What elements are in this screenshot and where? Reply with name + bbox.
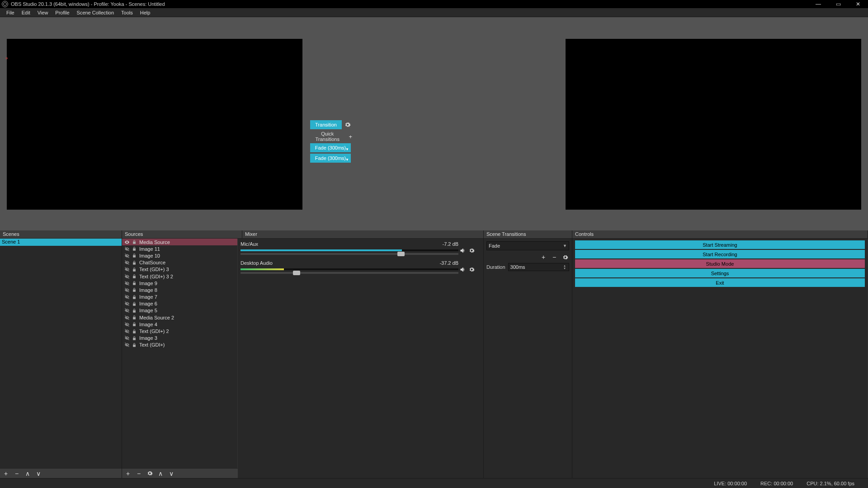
source-item[interactable]: Image 5: [122, 307, 237, 314]
scene-transitions-panel: Scene Transitions Fade ▼ + − Duration 30…: [484, 230, 572, 478]
volume-slider[interactable]: [241, 272, 458, 274]
transition-gear-icon[interactable]: [344, 122, 351, 128]
source-item[interactable]: Image 3: [122, 335, 237, 342]
visibility-icon[interactable]: [124, 274, 130, 279]
menu-scene-collection[interactable]: Scene Collection: [73, 9, 118, 16]
visibility-icon[interactable]: [124, 294, 130, 300]
source-item[interactable]: Image 4: [122, 321, 237, 328]
lock-icon[interactable]: [132, 322, 137, 327]
channel-gear-icon[interactable]: [468, 266, 475, 273]
visibility-icon[interactable]: [124, 281, 130, 286]
lock-icon[interactable]: [132, 308, 137, 313]
source-item[interactable]: Image 11: [122, 245, 237, 252]
control-exit-button[interactable]: Exit: [575, 278, 865, 287]
source-down-icon[interactable]: ∨: [168, 470, 175, 477]
status-rec: REC: 00:00:00: [760, 481, 793, 486]
visibility-icon[interactable]: [124, 328, 130, 334]
quick-transition-item[interactable]: Fade (300ms)▼: [310, 154, 351, 163]
transition-select[interactable]: Fade ▼: [486, 241, 569, 250]
lock-icon[interactable]: [132, 295, 137, 300]
channel-gear-icon[interactable]: [468, 247, 475, 254]
transition-remove-icon[interactable]: −: [551, 254, 557, 260]
scene-add-icon[interactable]: +: [3, 470, 9, 477]
sources-list[interactable]: Media SourceImage 11Image 10ChatSourceTe…: [122, 239, 242, 468]
source-name: Image 4: [139, 322, 157, 327]
speaker-icon[interactable]: [459, 266, 466, 273]
menu-view[interactable]: View: [34, 9, 52, 16]
menu-tools[interactable]: Tools: [118, 9, 137, 16]
scene-transitions-header: Scene Transitions: [484, 230, 572, 239]
close-button[interactable]: ✕: [848, 0, 868, 8]
minimize-button[interactable]: —: [808, 0, 828, 8]
control-settings-button[interactable]: Settings: [575, 269, 865, 277]
spin-arrows-icon[interactable]: ▲▼: [563, 263, 568, 271]
menu-help[interactable]: Help: [137, 9, 154, 16]
source-item[interactable]: Image 7: [122, 294, 237, 300]
visibility-icon[interactable]: [124, 239, 130, 245]
source-item[interactable]: Text (GDI+) 2: [122, 328, 237, 334]
statusbar: LIVE: 00:00:00 REC: 00:00:00 CPU: 2.1%, …: [0, 478, 868, 488]
visibility-icon[interactable]: [124, 335, 130, 341]
lock-icon[interactable]: [132, 239, 137, 244]
lock-icon[interactable]: [132, 329, 137, 334]
menu-file[interactable]: File: [3, 9, 18, 16]
menu-profile[interactable]: Profile: [52, 9, 73, 16]
scene-up-icon[interactable]: ∧: [24, 470, 31, 477]
transition-button[interactable]: Transition: [310, 120, 342, 129]
visibility-icon[interactable]: [124, 260, 130, 265]
source-item[interactable]: Image 9: [122, 280, 237, 286]
source-item[interactable]: Text (GDI+) 3 2: [122, 273, 237, 280]
source-add-icon[interactable]: +: [125, 470, 131, 477]
visibility-icon[interactable]: [124, 267, 130, 272]
scene-down-icon[interactable]: ∨: [35, 470, 42, 477]
visibility-icon[interactable]: [124, 342, 130, 347]
visibility-icon[interactable]: [124, 287, 130, 293]
maximize-button[interactable]: ▭: [828, 0, 848, 8]
scene-item[interactable]: Scene 1: [0, 239, 122, 246]
scenes-list[interactable]: Scene 1: [0, 239, 122, 468]
menu-edit[interactable]: Edit: [18, 9, 34, 16]
source-gear-icon[interactable]: [146, 470, 153, 477]
lock-icon[interactable]: [132, 343, 137, 347]
channel-name: Desktop Audio: [241, 260, 458, 266]
lock-icon[interactable]: [132, 253, 137, 258]
lock-icon[interactable]: [132, 336, 137, 341]
visibility-icon[interactable]: [124, 315, 130, 320]
preview-left[interactable]: [4, 17, 306, 230]
control-start-streaming-button[interactable]: Start Streaming: [575, 240, 865, 249]
volume-slider[interactable]: [241, 253, 458, 255]
source-item[interactable]: Text (GDI+): [122, 342, 237, 348]
source-item[interactable]: Image 8: [122, 286, 237, 293]
source-up-icon[interactable]: ∧: [157, 470, 164, 477]
control-studio-mode-button[interactable]: Studio Mode: [575, 259, 865, 268]
transition-gear-icon[interactable]: [562, 254, 568, 260]
lock-icon[interactable]: [132, 301, 137, 306]
source-item[interactable]: ChatSource: [122, 259, 237, 266]
visibility-icon[interactable]: [124, 301, 130, 306]
lock-icon[interactable]: [132, 260, 137, 265]
lock-icon[interactable]: [132, 287, 137, 292]
lock-icon[interactable]: [132, 246, 137, 251]
lock-icon[interactable]: [132, 281, 137, 286]
preview-right[interactable]: [562, 17, 864, 230]
source-item[interactable]: Image 6: [122, 300, 237, 307]
visibility-icon[interactable]: [124, 253, 130, 258]
source-item[interactable]: Media Source: [122, 239, 237, 245]
transition-add-icon[interactable]: +: [540, 254, 547, 260]
lock-icon[interactable]: [132, 274, 137, 279]
source-remove-icon[interactable]: −: [136, 470, 142, 477]
add-quick-transition-icon[interactable]: +: [349, 133, 352, 140]
visibility-icon[interactable]: [124, 308, 130, 313]
visibility-icon[interactable]: [124, 246, 130, 252]
visibility-icon[interactable]: [124, 322, 130, 327]
quick-transition-item[interactable]: Fade (300ms)▼: [310, 143, 351, 152]
source-item[interactable]: Media Source 2: [122, 314, 237, 321]
lock-icon[interactable]: [132, 267, 137, 272]
duration-spinbox[interactable]: 300ms ▲▼: [508, 263, 569, 271]
source-item[interactable]: Text (GDI+) 3: [122, 266, 237, 273]
source-item[interactable]: Image 10: [122, 252, 237, 259]
control-start-recording-button[interactable]: Start Recording: [575, 250, 865, 258]
speaker-icon[interactable]: [459, 247, 466, 254]
lock-icon[interactable]: [132, 315, 137, 320]
scene-remove-icon[interactable]: −: [14, 470, 20, 477]
